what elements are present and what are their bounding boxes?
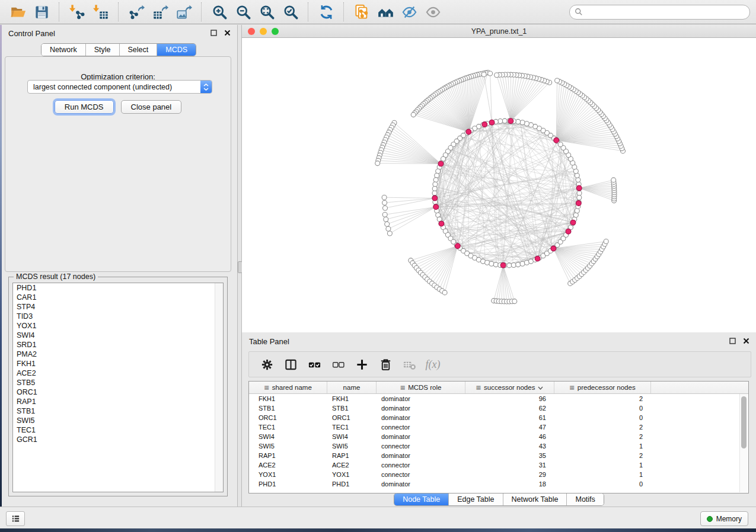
cell-MCDS-role: dominator [377, 394, 465, 403]
column-header-predecessor-nodes[interactable]: ▦predecessor nodes [554, 382, 651, 393]
close-panel-icon[interactable] [223, 28, 231, 37]
tab-style[interactable]: Style [85, 44, 119, 56]
hide-selected-icon[interactable] [397, 2, 421, 22]
cell-name: RAP1 [327, 451, 377, 460]
cytoscape-window: Control Panel NetworkStyleSelectMCDS Opt… [0, 0, 756, 528]
mcds-result-item[interactable]: STB1 [13, 406, 223, 416]
table-row[interactable]: SWI5SWI5connector431 [249, 441, 748, 451]
column-type-icon: ▦ [569, 385, 575, 390]
task-history-button[interactable] [6, 511, 25, 526]
mcds-result-item[interactable]: RAP1 [13, 397, 223, 406]
cell-MCDS-role: dominator [377, 403, 465, 413]
cell-successor-nodes: 46 [465, 432, 554, 441]
column-header-name[interactable]: name [327, 382, 377, 393]
zoom-out-icon[interactable] [231, 2, 255, 22]
zoom-in-icon[interactable] [208, 2, 231, 22]
tab-motifs[interactable]: Motifs [566, 493, 603, 505]
import-table-icon[interactable] [89, 2, 113, 22]
table-panel-title: Table Panel [249, 337, 289, 346]
table-row[interactable]: STB1STB1dominator620 [249, 403, 748, 413]
float-panel-icon[interactable] [209, 28, 218, 37]
control-panel-tabs: NetworkStyleSelectMCDS [0, 43, 237, 56]
optimization-criterion-select[interactable]: largest connected component (undirected) [27, 80, 212, 94]
mcds-result-item[interactable]: PHD1 [13, 283, 223, 293]
mcds-result-item[interactable]: ORC1 [13, 387, 223, 397]
float-table-panel-icon[interactable] [728, 336, 736, 345]
show-graphics-details-icon[interactable] [374, 2, 397, 22]
mcds-result-item[interactable]: ACE2 [13, 368, 223, 378]
delete-icon[interactable] [375, 354, 396, 374]
close-table-panel-icon[interactable] [742, 336, 750, 345]
column-header-MCDS-role[interactable]: ▦MCDS role [377, 382, 465, 393]
table-row[interactable]: RAP1RAP1dominator352 [249, 451, 748, 460]
mcds-result-item[interactable]: TID3 [13, 312, 223, 321]
add-icon[interactable] [351, 354, 372, 374]
zoom-selected-icon[interactable] [279, 2, 302, 22]
mcds-result-title: MCDS result (17 nodes) [14, 273, 98, 281]
mcds-result-item[interactable]: TEC1 [13, 425, 223, 435]
table-row[interactable]: YOX1YOX1connector291 [249, 470, 748, 479]
settings-icon[interactable] [256, 354, 277, 374]
table-row[interactable]: TEC1TEC1connector472 [249, 422, 748, 432]
toolbar-separator [59, 2, 60, 21]
zoom-fit-icon[interactable] [255, 2, 279, 22]
mcds-result-item[interactable]: CAR1 [13, 293, 223, 302]
deselect-all-icon[interactable] [327, 354, 349, 374]
function-icon[interactable]: f(x) [422, 354, 444, 374]
table-scrollbar[interactable] [739, 394, 748, 492]
table-row[interactable]: FKH1FKH1dominator962 [249, 394, 748, 403]
cell-shared-name: PHD1 [249, 479, 327, 489]
mcds-result-item[interactable]: YOX1 [13, 321, 223, 331]
main-toolbar [0, 0, 756, 24]
mcds-result-item[interactable]: SWI4 [13, 331, 223, 340]
network-canvas[interactable] [242, 38, 756, 332]
network-from-selection-icon[interactable] [350, 2, 374, 22]
show-all-icon[interactable] [421, 2, 445, 22]
status-bar: Memory [0, 507, 756, 528]
run-mcds-button[interactable]: Run MCDS [55, 100, 114, 114]
refresh-icon[interactable] [314, 2, 338, 22]
import-network-icon[interactable] [65, 2, 89, 22]
tab-select[interactable]: Select [119, 44, 157, 56]
column-header-shared-name[interactable]: ▦shared name [249, 382, 327, 393]
close-panel-button[interactable]: Close panel [121, 100, 182, 114]
mcds-result-item[interactable]: GCR1 [13, 435, 223, 444]
table-body[interactable]: FKH1FKH1dominator962STB1STB1dominator620… [249, 394, 748, 489]
mcds-result-item[interactable]: STP4 [13, 302, 223, 312]
column-header-successor-nodes[interactable]: ▦successor nodes [465, 382, 554, 393]
cell-shared-name: ACE2 [249, 460, 327, 470]
table-row[interactable]: SWI4SWI4dominator462 [249, 432, 748, 441]
mcds-result-item[interactable]: SWI5 [13, 416, 223, 425]
table-row[interactable]: ORC1ORC1dominator610 [249, 413, 748, 422]
tab-network[interactable]: Network [42, 44, 85, 56]
export-image-icon[interactable] [172, 2, 196, 22]
tab-network-table[interactable]: Network Table [503, 493, 567, 505]
panel-divider[interactable] [237, 25, 242, 507]
mcds-result-item[interactable]: SRD1 [13, 340, 223, 350]
save-icon[interactable] [30, 2, 53, 22]
search-input[interactable] [586, 6, 745, 18]
select-all-icon[interactable] [304, 354, 325, 374]
tab-mcds[interactable]: MCDS [157, 44, 196, 56]
mcds-result-item[interactable]: STB5 [13, 378, 223, 387]
tab-edge-table[interactable]: Edge Table [448, 493, 502, 505]
open-icon[interactable] [6, 2, 30, 22]
cell-predecessor-nodes: 0 [554, 479, 651, 489]
cell-successor-nodes: 61 [465, 413, 554, 422]
table-row[interactable]: ACE2ACE2connector311 [249, 460, 748, 470]
table-scrollbar-thumb[interactable] [741, 396, 747, 448]
mcds-result-item[interactable]: FKH1 [13, 359, 223, 368]
memory-button[interactable]: Memory [700, 511, 748, 526]
result-list-scrollbar[interactable] [215, 283, 223, 492]
mcds-result-item[interactable]: PMA2 [13, 350, 223, 359]
cell-name: ORC1 [327, 413, 377, 422]
mcds-result-list[interactable]: PHD1CAR1STP4TID3YOX1SWI4SRD1PMA2FKH1ACE2… [12, 283, 224, 492]
export-network-icon[interactable] [125, 2, 148, 22]
split-view-icon[interactable] [280, 354, 301, 374]
cell-MCDS-role: dominator [377, 432, 465, 441]
search-box[interactable] [569, 5, 750, 20]
export-table-icon[interactable] [148, 2, 172, 22]
tab-node-table[interactable]: Node Table [394, 493, 448, 505]
clear-table-icon[interactable] [398, 354, 420, 374]
table-row[interactable]: PHD1PHD1dominator180 [249, 479, 748, 489]
